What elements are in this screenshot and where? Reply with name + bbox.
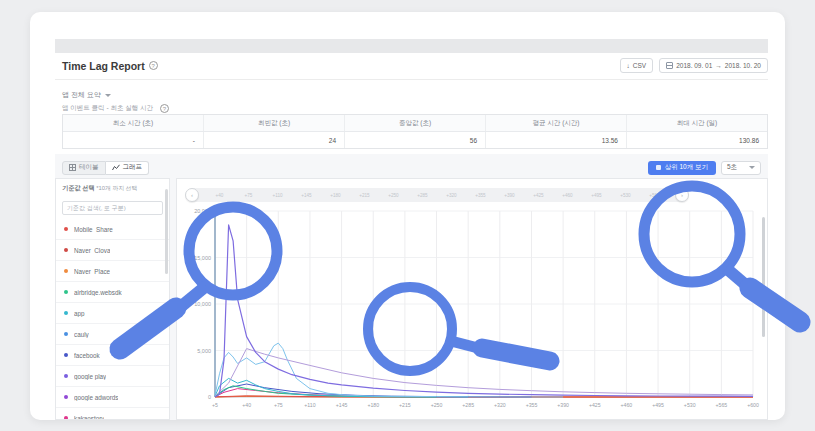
legend-item-google-play[interactable]: google play [56,366,169,387]
legend-item-label: Naver_Place [74,268,110,275]
summary-table-header-row: 최소 시간 (초)최빈값 (초)중앙값 (초)평균 시간 (시간)최대 시간 (… [63,115,767,132]
app-filter-dropdown[interactable]: 앱 전체 요약 [62,90,111,100]
x-tick-label: +390 [557,402,569,408]
legend-item-naver-clova[interactable]: Naver_Clova [56,240,169,261]
summary-col-header: 최빈값 (초) [204,115,345,131]
x-tick-label: +495 [652,402,664,408]
metric-subtitle: 앱 이벤트 클릭 - 최초 실행 시간 ? [62,104,169,113]
legend-search-input[interactable] [62,201,163,215]
legend-item-facebook[interactable]: facebook [56,345,169,366]
summary-col-header: 평균 시간 (시간) [486,115,627,131]
series-line-google-play [215,225,753,397]
legend-item-naver-place[interactable]: Naver_Place [56,261,169,282]
navigator-tick-label: +460 [553,193,582,198]
time-lag-chart: 05,00010,00015,00020,000+5+40+75+110+145… [183,205,761,417]
legend-item-kakaostory[interactable]: kakaostory [56,408,169,420]
summary-col-header: 최대 시간 (일) [627,115,767,131]
date-range-picker[interactable]: 2018. 09. 01 → 2018. 10. 20 [659,58,768,73]
x-tick-label: +145 [336,402,348,408]
info-icon[interactable]: ? [149,61,158,70]
report-header: Time Lag Report ? ↓ CSV 2018. 09. 01 → 2… [55,58,768,80]
x-tick-label: +285 [462,402,474,408]
app-window: Time Lag Report ? ↓ CSV 2018. 09. 01 → 2… [30,12,785,420]
x-tick-label: +425 [589,402,601,408]
x-tick-label: +180 [367,402,379,408]
navigator-tick-label: +215 [350,193,379,198]
legend-item-airbridge-websdk[interactable]: airbridge.websdk [56,282,169,303]
navigator-left-handle[interactable]: ‹ [185,188,199,202]
graph-toggle-label: 그래프 [123,163,143,172]
navigator-tick-label: +110 [263,193,292,198]
interval-chevron-down-icon [749,166,755,169]
csv-button-label: CSV [633,62,646,69]
date-arrow-icon: → [715,62,722,69]
x-tick-label: +110 [304,402,315,408]
legend-item-cauly[interactable]: cauly [56,324,169,345]
summary-col-value: 24 [204,132,345,148]
chart-range-navigator[interactable]: +40+75+110+145+180+215+250+285+320+355+3… [187,188,687,202]
window-chrome-bar [55,39,768,53]
subtitle-info-icon[interactable]: ? [160,104,169,113]
chart-scrollbar[interactable] [762,217,765,337]
legend-item-label: google adwords [74,394,118,401]
series-color-dot [64,416,68,420]
series-color-dot [64,395,68,399]
summary-col-value: 130.86 [627,132,767,148]
navigator-tick-label: +425 [524,193,553,198]
navigator-tick-label: +75 [234,193,263,198]
x-tick-label: +40 [242,402,251,408]
x-tick-label: +530 [684,402,696,408]
navigator-tick-label: +285 [408,193,437,198]
download-icon: ↓ [627,62,630,69]
navigator-tick-label: +250 [379,193,408,198]
navigator-tick-label: +565 [640,193,669,198]
navigator-right-handle[interactable]: › [675,188,689,202]
legend-item-label: facebook [74,352,100,359]
x-tick-label: +600 [747,402,759,408]
date-start: 2018. 09. 01 [676,62,712,69]
legend-list: Mobile_ShareNaver_ClovaNaver_Placeairbri… [56,219,169,420]
table-view-toggle[interactable]: 테이블 [62,161,106,175]
interval-select[interactable]: 5초 [721,161,761,175]
navigator-tick-label: +180 [321,193,350,198]
chart-panel: +40+75+110+145+180+215+250+285+320+355+3… [176,178,768,420]
legend-panel: 기준값 선택 *10개 까지 선택 Mobile_ShareNaver_Clov… [55,178,170,420]
x-tick-label: +75 [274,402,283,408]
summary-col-header: 최소 시간 (초) [63,115,204,131]
navigator-tick-label: +495 [582,193,611,198]
graph-view-toggle[interactable]: 그래프 [106,161,150,175]
legend-item-label: app [74,310,85,317]
metric-subtitle-text: 앱 이벤트 클릭 - 최초 실행 시간 [62,104,153,113]
legend-item-label: Mobile_Share [74,226,113,233]
series-line-google-adwords [215,349,753,397]
chevron-down-icon [105,94,111,97]
legend-scrollbar[interactable] [165,189,168,274]
navigator-tick-label: +355 [466,193,495,198]
navigator-tick-label: +40 [205,193,234,198]
navigator-tick-label: +320 [437,193,466,198]
y-tick-label: 0 [208,394,211,400]
top-values-button[interactable]: 상위 10개 보기 [648,161,716,175]
x-tick-label: +565 [716,402,728,408]
summary-table: 최소 시간 (초)최빈값 (초)중앙값 (초)평균 시간 (시간)최대 시간 (… [62,114,768,149]
interval-value: 5초 [727,163,737,172]
x-tick-label: +5 [212,402,218,408]
csv-export-button[interactable]: ↓ CSV [620,58,654,73]
summary-col-value: 13.56 [486,132,627,148]
x-tick-label: +355 [526,402,538,408]
summary-table-value-row: -245613.56130.86 [63,132,767,148]
table-icon [69,164,76,171]
legend-item-label: kakaostory [74,415,104,421]
series-color-dot [64,248,68,252]
legend-item-google-adwords[interactable]: google adwords [56,387,169,408]
page-title: Time Lag Report [62,60,145,72]
table-toggle-label: 테이블 [79,163,99,172]
legend-item-label: airbridge.websdk [74,289,122,296]
x-tick-label: +320 [494,402,506,408]
series-color-dot [64,311,68,315]
legend-item-mobile-share[interactable]: Mobile_Share [56,219,169,240]
line-chart-svg: 05,00010,00015,00020,000+5+40+75+110+145… [183,205,761,413]
x-tick-label: +460 [621,402,633,408]
legend-item-app[interactable]: app [56,303,169,324]
top-values-button-label: 상위 10개 보기 [665,163,708,172]
